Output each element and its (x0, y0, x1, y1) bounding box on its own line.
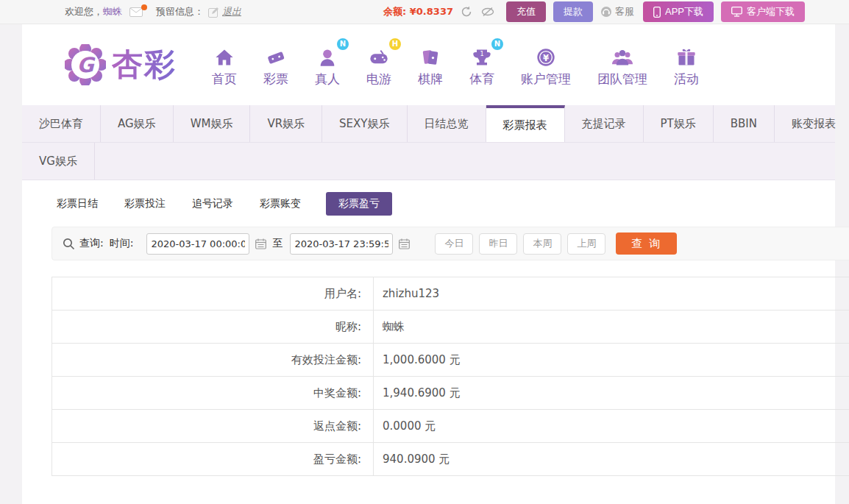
welcome-prefix: 欢迎您， (65, 5, 103, 18)
calendar-icon[interactable] (399, 238, 410, 249)
table-row-winning-amount: 中奖金额: 1,940.6900 元 (52, 377, 849, 410)
tab-vg[interactable]: VG娱乐 (22, 143, 95, 180)
customer-service-label: 客服 (615, 5, 634, 18)
eye-off-icon[interactable] (481, 7, 494, 17)
to-label: 至 (272, 237, 283, 250)
nav-label: 真人 (315, 71, 340, 88)
calendar-icon[interactable] (255, 238, 266, 249)
table-row-rebate-amount: 返点金额: 0.0000 元 (52, 410, 849, 443)
nav-item-egames[interactable]: H 电游 (366, 43, 391, 88)
profit-loss-table: 用户名: zhizhu123 昵称: 蜘蛛 有效投注金额: 1,000.6000… (51, 277, 849, 476)
subtab-lottery-profit-loss[interactable]: 彩票盈亏 (326, 192, 392, 216)
app-download-button[interactable]: APP下载 (643, 1, 714, 22)
yesterday-button[interactable]: 昨日 (479, 233, 517, 255)
end-time-input[interactable] (290, 233, 393, 255)
envelope-icon[interactable] (129, 7, 143, 17)
tab-wm[interactable]: WM娱乐 (174, 105, 251, 142)
tab-ag[interactable]: AG娱乐 (101, 105, 174, 142)
nav-label: 活动 (674, 71, 699, 88)
nav-label: 账户管理 (521, 71, 571, 88)
brand-name: 杏彩 (112, 44, 177, 85)
subtab-lottery-account-change[interactable]: 彩票账变 (258, 192, 302, 216)
nav-item-home[interactable]: 首页 (212, 43, 237, 88)
today-button[interactable]: 今日 (435, 233, 473, 255)
topbar: 欢迎您，蜘蛛 预留信息： 退出 余额: ¥0.8337 充值 提款 客服 APP… (0, 0, 849, 24)
this-week-button[interactable]: 本周 (523, 233, 561, 255)
person-icon (316, 47, 338, 68)
reserved-info-label: 预留信息： (156, 5, 204, 18)
table-row-username: 用户名: zhizhu123 (52, 277, 849, 310)
client-download-label: 客户端下载 (747, 5, 795, 18)
page-container: G 杏彩 首页 彩票 N (22, 24, 835, 504)
row-label: 用户名: (52, 277, 374, 310)
edit-icon[interactable] (208, 7, 219, 18)
subtab-chase-records[interactable]: 追号记录 (191, 192, 235, 216)
balance-label: 余额: (383, 6, 406, 17)
team-icon (611, 47, 634, 68)
nav-item-account[interactable]: ¥ 账户管理 (521, 43, 571, 88)
welcome-text: 欢迎您，蜘蛛 (65, 5, 122, 18)
tab-bbin[interactable]: BBIN (714, 105, 775, 142)
last-week-button[interactable]: 上周 (567, 233, 605, 255)
monitor-icon (731, 7, 742, 17)
logout-link[interactable]: 退出 (222, 5, 241, 18)
start-time-input[interactable] (146, 233, 249, 255)
trophy-icon: 1 (471, 47, 493, 68)
nav-item-live[interactable]: N 真人 (315, 43, 340, 88)
nav-item-sports[interactable]: 1 N 体育 (469, 43, 494, 88)
row-value: 940.0900 元 (374, 443, 849, 475)
client-download-button[interactable]: 客户端下载 (721, 1, 805, 22)
row-label: 昵称: (52, 310, 374, 343)
nav-item-lottery[interactable]: 彩票 (263, 43, 288, 88)
tab-vr[interactable]: VR娱乐 (250, 105, 322, 142)
nav-item-cards[interactable]: 棋牌 (418, 43, 443, 88)
refresh-icon[interactable] (461, 6, 472, 18)
nav-label: 棋牌 (418, 71, 443, 88)
report-tabbar: 沙巴体育 AG娱乐 WM娱乐 VR娱乐 SEXY娱乐 日结总览 彩票报表 充提记… (22, 105, 835, 180)
subtab-lottery-daily[interactable]: 彩票日结 (55, 192, 99, 216)
ticket-icon (265, 47, 287, 68)
row-label: 中奖金额: (52, 377, 374, 409)
balance: 余额: ¥0.8337 (383, 5, 453, 18)
tab-daily-summary[interactable]: 日结总览 (408, 105, 486, 142)
nav-item-team[interactable]: 团队管理 (597, 43, 647, 88)
svg-text:1: 1 (480, 50, 483, 57)
brand-logo[interactable]: G 杏彩 (65, 44, 177, 85)
lottery-subtabs: 彩票日结 彩票投注 追号记录 彩票账变 彩票盈亏 (22, 180, 835, 216)
tab-pt[interactable]: PT娱乐 (644, 105, 714, 142)
tab-row-1: 沙巴体育 AG娱乐 WM娱乐 VR娱乐 SEXY娱乐 日结总览 彩票报表 充提记… (22, 105, 835, 142)
site-header: G 杏彩 首页 彩票 N (22, 24, 835, 105)
svg-text:G: G (77, 53, 96, 77)
subtab-lottery-bets[interactable]: 彩票投注 (123, 192, 167, 216)
row-value: 0.0000 元 (374, 410, 849, 442)
home-icon (213, 47, 235, 68)
row-value: 1,940.6900 元 (374, 377, 849, 409)
username: 蜘蛛 (103, 5, 122, 18)
new-badge: N (337, 38, 349, 50)
nav-label: 彩票 (263, 71, 288, 88)
nav-item-promotions[interactable]: 活动 (674, 43, 699, 88)
gamepad-icon (367, 47, 391, 68)
row-label: 返点金额: (52, 410, 374, 442)
tab-sexy[interactable]: SEXY娱乐 (322, 105, 407, 142)
nav-label: 首页 (212, 71, 237, 88)
row-label: 有效投注金额: (52, 344, 374, 376)
main-nav: 首页 彩票 N 真人 H 电游 (212, 43, 699, 88)
withdraw-button[interactable]: 提款 (553, 1, 593, 22)
coin-icon: ¥ (536, 47, 556, 68)
recharge-button[interactable]: 充值 (506, 1, 546, 22)
headset-icon (600, 6, 612, 18)
tab-lottery-report[interactable]: 彩票报表 (486, 105, 565, 142)
tab-deposit-withdraw-records[interactable]: 充提记录 (565, 105, 644, 142)
query-label: 查询: (79, 237, 104, 250)
tab-row-2: VG娱乐 (22, 142, 835, 180)
row-value: zhizhu123 (374, 277, 849, 310)
tab-account-change-report[interactable]: 账变报表 (775, 105, 849, 142)
row-value: 蜘蛛 (374, 310, 849, 343)
tab-shaba-sports[interactable]: 沙巴体育 (22, 105, 101, 142)
customer-service-link[interactable]: 客服 (600, 5, 634, 18)
new-badge: N (491, 38, 503, 50)
search-button[interactable]: 查 询 (616, 233, 677, 255)
nav-label: 团队管理 (597, 71, 647, 88)
table-row-nickname: 昵称: 蜘蛛 (52, 310, 849, 344)
